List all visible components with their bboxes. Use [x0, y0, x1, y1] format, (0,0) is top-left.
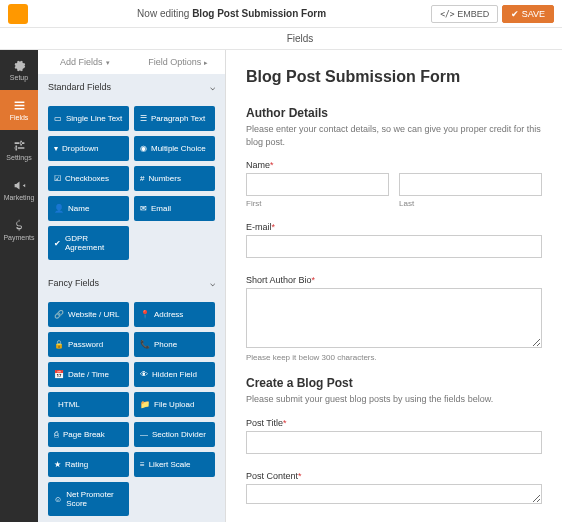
field-label: Password — [68, 340, 103, 349]
field-checkboxes[interactable]: ☑Checkboxes — [48, 166, 129, 191]
field-rating[interactable]: ★Rating — [48, 452, 129, 477]
cb-icon: ☑ — [54, 174, 61, 183]
sublabel-last: Last — [399, 199, 542, 208]
eye-icon: 👁 — [140, 370, 148, 379]
gdpr-icon: ✔ — [54, 239, 61, 248]
field-likert-scale[interactable]: ≡Likert Scale — [134, 452, 215, 477]
field-label: Date / Time — [68, 370, 109, 379]
field-multiple-choice[interactable]: ◉Multiple Choice — [134, 136, 215, 161]
field-page-break[interactable]: ⎙Page Break — [48, 422, 129, 447]
field-section-divider[interactable]: —Section Divider — [134, 422, 215, 447]
field-label: Checkboxes — [65, 174, 109, 183]
field-numbers[interactable]: #Numbers — [134, 166, 215, 191]
chevron-down-icon: ▾ — [106, 52, 110, 73]
sidebar-item-settings[interactable]: Settings — [0, 130, 38, 170]
phone-icon: 📞 — [140, 340, 150, 349]
horn-icon — [13, 179, 26, 192]
tab-add-fields[interactable]: Add Fields▾ — [38, 50, 132, 74]
pin-icon: 📍 — [140, 310, 150, 319]
form-title: Blog Post Submission Form — [246, 68, 542, 86]
page-icon: ⎙ — [54, 430, 59, 439]
field-label: Page Break — [63, 430, 105, 439]
field-label: GDPR Agreement — [65, 234, 123, 252]
field-label: Net Promoter Score — [66, 490, 123, 508]
post-content-label: Post Content* — [246, 471, 542, 481]
email-input[interactable] — [246, 235, 542, 258]
name-label: Name* — [246, 160, 542, 170]
chevron-down-icon: ⌵ — [210, 278, 215, 288]
gear-icon — [13, 59, 26, 72]
scale-icon: ≡ — [140, 460, 145, 469]
save-button[interactable]: ✔ SAVE — [502, 5, 554, 23]
field-single-line-text[interactable]: ▭Single Line Text — [48, 106, 129, 131]
sidebar-label: Settings — [6, 154, 31, 161]
group-fancy-fields[interactable]: Fancy Fields⌵ — [38, 270, 225, 296]
section-author-details: Author Details — [246, 106, 542, 120]
sidebar-item-fields[interactable]: Fields — [0, 90, 38, 130]
embed-button[interactable]: </> EMBED — [431, 5, 498, 23]
field-hidden-field[interactable]: 👁Hidden Field — [134, 362, 215, 387]
field-net-promoter-score[interactable]: ☺Net Promoter Score — [48, 482, 129, 516]
field-gdpr-agreement[interactable]: ✔GDPR Agreement — [48, 226, 129, 260]
field-email[interactable]: ✉Email — [134, 196, 215, 221]
sidebar-item-setup[interactable]: Setup — [0, 50, 38, 90]
sidebar-label: Payments — [3, 234, 34, 241]
name-icon: 👤 — [54, 204, 64, 213]
field-password[interactable]: 🔒Password — [48, 332, 129, 357]
field-label: Hidden Field — [152, 370, 197, 379]
field-label: Single Line Text — [66, 114, 122, 123]
first-name-input[interactable] — [246, 173, 389, 196]
nps-icon: ☺ — [54, 495, 62, 504]
sidebar-label: Marketing — [4, 194, 35, 201]
dollar-icon — [13, 219, 26, 232]
dd-icon: ▾ — [54, 144, 58, 153]
list-icon — [13, 99, 26, 112]
field-dropdown[interactable]: ▾Dropdown — [48, 136, 129, 161]
file-icon: 📁 — [140, 400, 150, 409]
section-create-post: Create a Blog Post — [246, 376, 542, 390]
tab-field-options[interactable]: Field Options▸ — [132, 50, 226, 74]
panel-title: Fields — [0, 28, 562, 50]
field-label: Phone — [154, 340, 177, 349]
field-label: Likert Scale — [149, 460, 191, 469]
field-label: Email — [151, 204, 171, 213]
field-file-upload[interactable]: 📁File Upload — [134, 392, 215, 417]
sliders-icon — [13, 139, 26, 152]
num-icon: # — [140, 174, 144, 183]
field-label: Address — [154, 310, 183, 319]
field-html[interactable]: HTML — [48, 392, 129, 417]
field-label: Section Divider — [152, 430, 206, 439]
field-label: Multiple Choice — [151, 144, 206, 153]
field-label: Website / URL — [68, 310, 119, 319]
div-icon: — — [140, 430, 148, 439]
field-website-url[interactable]: 🔗Website / URL — [48, 302, 129, 327]
field-label: Paragraph Text — [151, 114, 205, 123]
post-title-input[interactable] — [246, 431, 542, 454]
para-icon: ☰ — [140, 114, 147, 123]
bio-hint: Please keep it below 300 characters. — [246, 353, 542, 362]
left-iconbar: SetupFieldsSettingsMarketingPayments — [0, 50, 38, 522]
line-icon: ▭ — [54, 114, 62, 123]
section-desc: Please submit your guest blog posts by u… — [246, 393, 542, 406]
group-standard-fields[interactable]: Standard Fields⌵ — [38, 74, 225, 100]
bio-label: Short Author Bio* — [246, 275, 542, 285]
field-phone[interactable]: 📞Phone — [134, 332, 215, 357]
field-label: Rating — [65, 460, 88, 469]
editing-title: Now editing Blog Post Submission Form — [36, 8, 427, 19]
wpforms-logo — [8, 4, 28, 24]
cal-icon: 📅 — [54, 370, 64, 379]
sidebar-item-marketing[interactable]: Marketing — [0, 170, 38, 210]
bio-textarea[interactable] — [246, 288, 542, 348]
section-desc: Please enter your contact details, so we… — [246, 123, 542, 148]
field-address[interactable]: 📍Address — [134, 302, 215, 327]
post-content-textarea[interactable] — [246, 484, 542, 504]
mc-icon: ◉ — [140, 144, 147, 153]
sidebar-label: Fields — [10, 114, 29, 121]
field-label: Numbers — [148, 174, 180, 183]
sidebar-item-payments[interactable]: Payments — [0, 210, 38, 250]
field-label: Dropdown — [62, 144, 98, 153]
last-name-input[interactable] — [399, 173, 542, 196]
field-name[interactable]: 👤Name — [48, 196, 129, 221]
field-date-time[interactable]: 📅Date / Time — [48, 362, 129, 387]
field-paragraph-text[interactable]: ☰Paragraph Text — [134, 106, 215, 131]
